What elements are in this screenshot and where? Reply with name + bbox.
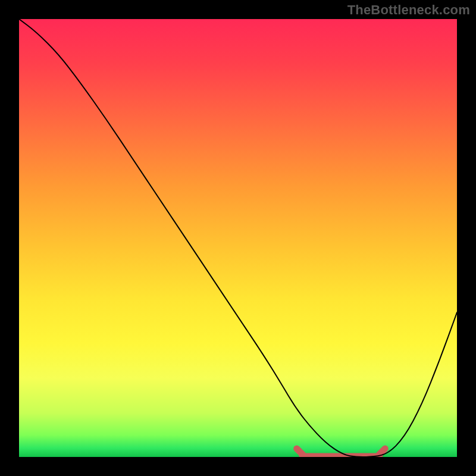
plot-area (19, 19, 457, 457)
bottleneck-curve (19, 19, 457, 457)
chart-frame: TheBottleneck.com (0, 0, 476, 476)
watermark-text: TheBottleneck.com (347, 2, 470, 18)
optimal-left-pad-icon (297, 449, 303, 455)
chart-svg (19, 19, 457, 457)
